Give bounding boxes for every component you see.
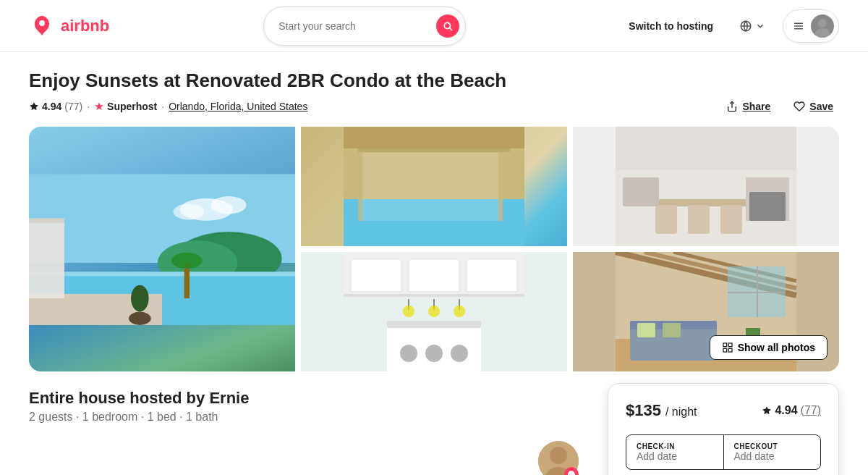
- svg-rect-46: [623, 177, 659, 206]
- user-menu-button[interactable]: [783, 9, 839, 43]
- search-input-text: Start your search: [278, 20, 427, 32]
- svg-rect-35: [344, 127, 524, 148]
- svg-point-15: [210, 196, 246, 214]
- review-count: (77): [64, 101, 82, 112]
- heart-icon: [793, 101, 805, 112]
- superhost-badge: Superhost: [94, 101, 157, 112]
- meta-right: Share Save: [720, 98, 839, 115]
- svg-rect-45: [749, 192, 786, 221]
- svg-point-84: [550, 447, 567, 464]
- svg-rect-30: [358, 148, 503, 221]
- host-title: Entire house hosted by Ernie: [29, 389, 538, 408]
- svg-rect-80: [728, 343, 732, 347]
- share-icon: [726, 101, 738, 112]
- svg-rect-32: [358, 148, 362, 221]
- photo-top-middle[interactable]: [301, 127, 567, 246]
- svg-point-0: [39, 20, 45, 26]
- svg-point-56: [400, 345, 417, 362]
- medal-icon: [94, 101, 104, 112]
- svg-rect-50: [344, 294, 524, 297]
- rating-value: 4.94: [42, 101, 61, 112]
- svg-rect-22: [29, 219, 64, 298]
- host-details: 2 guests · 1 bedroom · 1 bed · 1 bath: [29, 411, 538, 424]
- svg-marker-10: [30, 102, 38, 110]
- svg-point-27: [131, 285, 149, 312]
- search-button[interactable]: [436, 14, 459, 38]
- bottom-section: Entire house hosted by Ernie 2 guests · …: [29, 371, 839, 475]
- svg-rect-33: [498, 148, 503, 221]
- checkout-label: CHECKOUT: [734, 442, 811, 450]
- checkout-cell[interactable]: CHECKOUT Add date: [724, 435, 821, 469]
- show-all-photos-button[interactable]: Show all photos: [710, 335, 827, 360]
- checkin-label: CHECK-IN: [637, 442, 713, 450]
- grid-icon: [722, 342, 733, 353]
- svg-rect-78: [728, 292, 786, 293]
- svg-marker-11: [95, 102, 103, 110]
- meta-row: 4.94 (77) · Superhost · Orlando, Florida…: [29, 98, 839, 115]
- share-label: Share: [742, 101, 770, 112]
- svg-rect-73: [663, 323, 681, 337]
- card-rating: 4.94: [775, 404, 797, 417]
- host-info: Entire house hosted by Ernie 2 guests · …: [29, 389, 538, 475]
- svg-rect-82: [728, 348, 732, 352]
- booking-card: $135 / night 4.94 (77) CHECK-IN Add date…: [608, 383, 839, 475]
- svg-rect-20: [29, 272, 295, 276]
- svg-rect-47: [616, 127, 796, 170]
- svg-point-57: [425, 345, 443, 362]
- svg-point-58: [451, 345, 468, 362]
- checkin-cell[interactable]: CHECK-IN Add date: [626, 435, 724, 469]
- svg-rect-53: [467, 259, 517, 292]
- svg-point-62: [428, 306, 440, 317]
- svg-rect-55: [387, 321, 481, 328]
- hamburger-icon: [792, 20, 805, 33]
- date-row: CHECK-IN Add date CHECKOUT Add date: [626, 434, 821, 470]
- language-button[interactable]: [733, 14, 771, 38]
- card-review-count[interactable]: (77): [801, 404, 821, 417]
- host-title-prefix: Entire house hosted by: [29, 389, 205, 407]
- switch-hosting-link[interactable]: Switch to hosting: [620, 14, 722, 38]
- header: airbnb Start your search Switch to hosti…: [0, 0, 868, 52]
- svg-rect-23: [29, 219, 64, 223]
- svg-rect-40: [688, 205, 710, 234]
- logo[interactable]: airbnb: [29, 13, 109, 39]
- show-photos-label: Show all photos: [738, 342, 815, 353]
- star-icon: [29, 101, 39, 112]
- svg-point-16: [173, 203, 204, 219]
- host-avatar-area: [538, 441, 579, 476]
- search-bar[interactable]: Start your search: [263, 7, 466, 46]
- main-content: Enjoy Sunsets at Renovated 2BR Condo at …: [0, 52, 868, 475]
- svg-point-60: [403, 306, 414, 317]
- nav-right: Switch to hosting: [620, 9, 839, 43]
- price-row: $135 / night 4.94 (77): [626, 401, 821, 420]
- photo-grid: Show all photos: [29, 127, 839, 371]
- svg-rect-72: [637, 323, 655, 337]
- price: $135: [626, 401, 661, 420]
- svg-line-2: [450, 28, 452, 30]
- meta-left: 4.94 (77) · Superhost · Orlando, Florida…: [29, 101, 307, 112]
- rating-stars: 4.94 (77): [29, 101, 82, 112]
- photo-main[interactable]: [29, 127, 295, 371]
- checkin-value: Add date: [637, 450, 713, 462]
- svg-rect-79: [723, 343, 727, 347]
- share-button[interactable]: Share: [720, 98, 776, 115]
- svg-rect-52: [409, 259, 459, 292]
- svg-marker-86: [763, 406, 772, 414]
- listing-title: Enjoy Sunsets at Renovated 2BR Condo at …: [29, 70, 839, 92]
- per-night: / night: [665, 405, 697, 419]
- location-link[interactable]: Orlando, Florida, United States: [169, 101, 307, 112]
- svg-point-25: [171, 253, 203, 269]
- svg-point-9: [815, 28, 830, 38]
- svg-rect-41: [720, 205, 742, 234]
- verified-icon: [567, 470, 576, 476]
- save-button[interactable]: Save: [788, 98, 839, 115]
- card-star-icon: [762, 405, 772, 416]
- svg-rect-51: [351, 259, 401, 292]
- svg-rect-39: [655, 205, 677, 234]
- photo-top-right[interactable]: [573, 127, 839, 246]
- svg-point-26: [129, 311, 151, 324]
- photo-bottom-middle[interactable]: [301, 252, 567, 371]
- superhost-label: Superhost: [107, 101, 157, 112]
- logo-text: airbnb: [61, 17, 109, 35]
- save-label: Save: [809, 101, 833, 112]
- svg-point-8: [818, 19, 827, 28]
